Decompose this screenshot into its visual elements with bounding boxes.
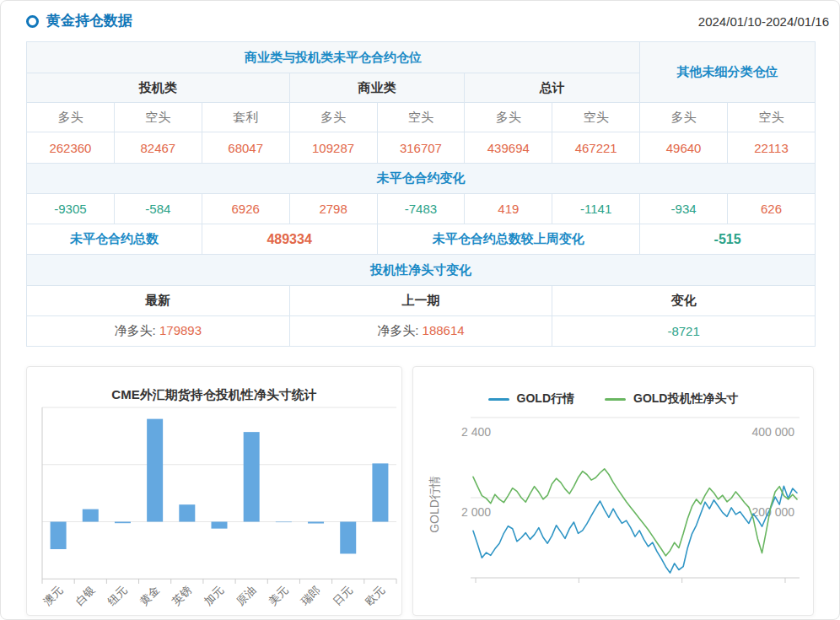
col-header-long: 多头 bbox=[289, 103, 377, 132]
col-header-short: 空头 bbox=[728, 103, 816, 132]
weekly-change-label: 未平仓合约总数较上周变化 bbox=[377, 224, 640, 255]
svg-text:2 000: 2 000 bbox=[461, 505, 491, 519]
svg-text:澳元: 澳元 bbox=[40, 584, 66, 609]
svg-text:400 000: 400 000 bbox=[751, 425, 794, 439]
page-header: 黄金持仓数据 2024/01/10-2024/01/16 bbox=[26, 12, 829, 30]
net-long-value: 188614 bbox=[423, 323, 465, 337]
change-value: 6926 bbox=[202, 194, 289, 224]
gold-price-netposition-line-chart: 2 4002 000400 000200 000GOLD行情 bbox=[413, 367, 814, 615]
group-header-main: 商业类与投机类未平仓合约仓位 bbox=[27, 42, 640, 73]
charts-row: CME外汇期货持仓投机性净头寸统计 澳元白银纽元黄金英镑加元原油美元瑞郎日元欧元… bbox=[26, 366, 814, 616]
page-title: 黄金持仓数据 bbox=[46, 12, 132, 30]
change-value: 2798 bbox=[289, 194, 377, 224]
svg-text:纽元: 纽元 bbox=[105, 584, 130, 608]
total-oi-label: 未平仓合约总数 bbox=[27, 224, 202, 255]
svg-text:原油: 原油 bbox=[234, 584, 258, 608]
svg-text:日元: 日元 bbox=[331, 584, 355, 608]
svg-text:2 400: 2 400 bbox=[461, 425, 491, 439]
spec-header-latest: 最新 bbox=[27, 286, 290, 316]
total-oi-value: 489334 bbox=[202, 224, 377, 255]
svg-text:白银: 白银 bbox=[73, 584, 97, 608]
svg-text:英镑: 英镑 bbox=[170, 584, 194, 608]
position-value: 109287 bbox=[289, 132, 377, 164]
spec-header-previous: 上一期 bbox=[289, 286, 552, 316]
col-header-long: 多头 bbox=[27, 103, 115, 132]
svg-text:GOLD行情: GOLD行情 bbox=[428, 476, 441, 533]
group-header-other: 其他未细分类仓位 bbox=[640, 42, 816, 103]
position-value: 439694 bbox=[465, 132, 552, 164]
col-header-short: 空头 bbox=[552, 103, 640, 132]
change-value: 626 bbox=[728, 194, 816, 224]
net-long-label: 净多头: bbox=[377, 323, 418, 337]
spec-change-value: -8721 bbox=[552, 316, 816, 347]
svg-text:欧元: 欧元 bbox=[363, 584, 387, 608]
net-long-value: 179893 bbox=[159, 323, 202, 337]
svg-text:美元: 美元 bbox=[266, 584, 290, 608]
change-value: -934 bbox=[640, 194, 728, 224]
col-header-short: 空头 bbox=[114, 103, 202, 132]
spec-latest-cell: 净多头: 179893 bbox=[27, 316, 290, 347]
change-value: -1141 bbox=[552, 194, 640, 224]
section-title-spec-net: 投机性净头寸变化 bbox=[27, 255, 816, 286]
position-value: 68047 bbox=[202, 132, 289, 164]
col-header-short: 空头 bbox=[377, 103, 465, 132]
position-value: 467221 bbox=[552, 132, 640, 164]
section-title-oi-change: 未平仓合约变化 bbox=[27, 164, 816, 194]
position-value: 82467 bbox=[114, 132, 202, 164]
svg-text:加元: 加元 bbox=[202, 584, 226, 608]
change-value: 419 bbox=[465, 194, 552, 224]
bar-chart-panel: CME外汇期货持仓投机性净头寸统计 澳元白银纽元黄金英镑加元原油美元瑞郎日元欧元 bbox=[26, 366, 402, 616]
col-header-spread: 套利 bbox=[202, 103, 289, 132]
date-range: 2024/01/10-2024/01/16 bbox=[698, 14, 829, 29]
category-total: 总计 bbox=[465, 73, 640, 103]
col-header-long: 多头 bbox=[640, 103, 728, 132]
position-value: 262360 bbox=[27, 132, 115, 164]
section-marker-icon bbox=[26, 15, 39, 28]
category-speculative: 投机类 bbox=[27, 73, 290, 103]
positions-table: 商业类与投机类未平仓合约仓位 其他未细分类仓位 投机类 商业类 总计 多头 空头… bbox=[26, 41, 816, 347]
svg-text:黄金: 黄金 bbox=[137, 584, 162, 608]
position-value: 49640 bbox=[640, 132, 728, 164]
weekly-change-value: -515 bbox=[640, 224, 816, 255]
svg-text:200 000: 200 000 bbox=[751, 505, 794, 519]
net-long-label: 净多头: bbox=[115, 323, 156, 337]
change-value: -7483 bbox=[377, 194, 465, 224]
line-chart-panel: GOLD行情GOLD投机性净头寸 2 4002 000400 000200 00… bbox=[412, 366, 814, 616]
gold-positions-page: 黄金持仓数据 2024/01/10-2024/01/16 商业类与投机类未平仓合… bbox=[0, 0, 840, 620]
category-commercial: 商业类 bbox=[289, 73, 465, 103]
spec-header-change: 变化 bbox=[552, 286, 816, 316]
svg-text:瑞郎: 瑞郎 bbox=[299, 584, 323, 608]
spec-previous-cell: 净多头: 188614 bbox=[289, 316, 552, 347]
col-header-long: 多头 bbox=[465, 103, 552, 132]
position-value: 316707 bbox=[377, 132, 465, 164]
change-value: -584 bbox=[114, 194, 202, 224]
change-value: -9305 bbox=[27, 194, 115, 224]
position-value: 22113 bbox=[728, 132, 816, 164]
cme-net-position-bar-chart: 澳元白银纽元黄金英镑加元原油美元瑞郎日元欧元 bbox=[27, 367, 402, 615]
